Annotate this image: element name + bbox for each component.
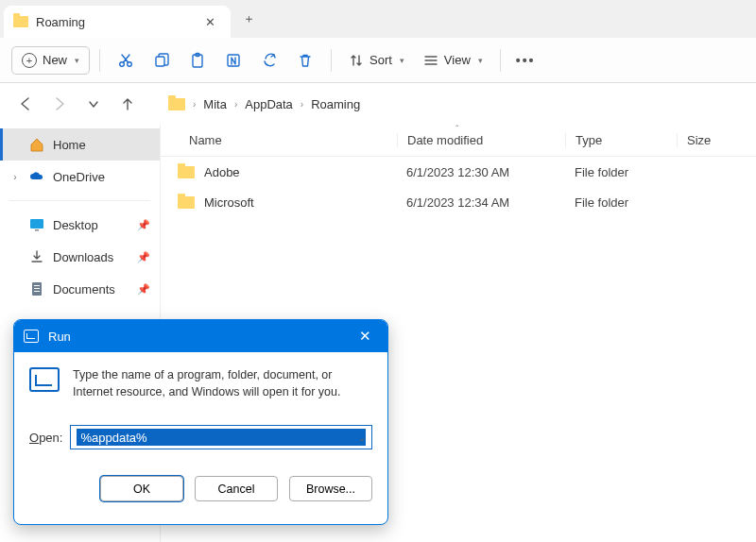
pin-icon[interactable]: 📌	[137, 283, 150, 296]
column-headers: Name ˆ Date modified Type Size	[161, 125, 756, 157]
documents-icon	[28, 281, 45, 296]
chevron-down-icon: ▾	[478, 56, 483, 65]
share-button[interactable]	[253, 45, 285, 76]
chevron-down-icon: ▾	[75, 56, 79, 65]
svg-rect-9	[34, 285, 40, 286]
folder-icon	[13, 16, 28, 27]
run-button-row: OK Cancel Browse...	[14, 459, 387, 501]
tab-title: Roaming	[36, 15, 191, 29]
open-label: Open:	[29, 431, 62, 445]
sort-indicator-icon: ˆ	[455, 125, 458, 135]
rename-button[interactable]	[217, 45, 249, 76]
breadcrumb-mita[interactable]: Mita	[203, 97, 227, 111]
new-button-label: New	[43, 53, 67, 67]
close-tab-button[interactable]: ✕	[198, 10, 221, 33]
breadcrumb[interactable]: › Mita › AppData › Roaming	[168, 97, 360, 111]
sort-button[interactable]: Sort ▾	[341, 45, 412, 76]
separator	[99, 49, 100, 72]
copy-button[interactable]	[146, 45, 178, 76]
delete-button[interactable]	[289, 45, 321, 76]
sidebar-label: Home	[53, 138, 86, 152]
file-name: Microsoft	[204, 195, 254, 210]
file-type: File folder	[565, 165, 677, 179]
nav-row: › Mita › AppData › Roaming	[0, 83, 756, 125]
file-date: 6/1/2023 12:30 AM	[397, 165, 565, 179]
forward-button[interactable]	[47, 92, 72, 116]
new-button[interactable]: + New ▾	[11, 46, 90, 75]
run-dialog: Run ✕ Type the name of a program, folder…	[13, 319, 388, 525]
separator	[500, 49, 501, 72]
open-combobox[interactable]: ⌄	[70, 425, 372, 449]
folder-icon	[178, 196, 195, 209]
column-name[interactable]: Name	[161, 133, 397, 147]
browse-button[interactable]: Browse...	[289, 476, 372, 501]
view-button[interactable]: View ▾	[416, 45, 490, 76]
download-icon	[28, 249, 45, 264]
toolbar: + New ▾ Sort ▾ View ▾ •••	[0, 38, 756, 83]
run-title: Run	[48, 330, 352, 344]
chevron-down-icon[interactable]: ⌄	[358, 432, 366, 443]
up-button[interactable]	[115, 92, 140, 116]
file-row[interactable]: Adobe 6/1/2023 12:30 AM File folder	[161, 157, 756, 187]
expand-icon[interactable]: ›	[9, 172, 21, 182]
run-icon	[29, 367, 60, 392]
run-icon	[24, 330, 39, 343]
cut-button[interactable]	[110, 45, 142, 76]
cloud-icon	[28, 171, 45, 182]
chevron-down-icon: ▾	[400, 56, 404, 65]
sidebar-item-desktop[interactable]: Desktop 📌	[0, 209, 160, 241]
folder-icon	[178, 166, 195, 178]
separator	[331, 49, 332, 72]
plus-icon: +	[22, 53, 37, 68]
tab-roaming[interactable]: Roaming ✕	[4, 6, 231, 38]
recent-button[interactable]	[81, 92, 106, 116]
cancel-button[interactable]: Cancel	[195, 476, 278, 501]
chevron-right-icon: ›	[193, 99, 196, 110]
run-description: Type the name of a program, folder, docu…	[73, 367, 372, 400]
svg-rect-2	[156, 57, 164, 66]
view-label: View	[444, 53, 471, 67]
sidebar-item-documents[interactable]: Documents 📌	[0, 273, 160, 305]
sidebar-label: OneDrive	[53, 170, 105, 184]
sidebar-item-onedrive[interactable]: › OneDrive	[0, 161, 160, 193]
run-titlebar[interactable]: Run ✕	[14, 320, 387, 352]
file-name: Adobe	[204, 165, 240, 179]
divider	[9, 200, 150, 201]
close-button[interactable]: ✕	[352, 328, 378, 345]
tab-bar: Roaming ✕ ＋	[0, 0, 756, 38]
new-tab-button[interactable]: ＋	[234, 5, 263, 33]
column-type[interactable]: Type	[565, 133, 677, 147]
sidebar-label: Documents	[53, 282, 115, 296]
file-date: 6/1/2023 12:34 AM	[397, 195, 565, 210]
sidebar-label: Desktop	[53, 218, 98, 232]
overflow-button[interactable]: •••	[510, 45, 541, 76]
chevron-right-icon: ›	[234, 99, 237, 110]
sidebar-item-downloads[interactable]: Downloads 📌	[0, 241, 160, 273]
back-button[interactable]	[13, 92, 38, 116]
home-icon	[28, 137, 45, 152]
svg-rect-10	[34, 288, 40, 289]
file-type: File folder	[565, 195, 677, 210]
run-body: Type the name of a program, folder, docu…	[14, 352, 387, 459]
svg-rect-6	[30, 219, 43, 229]
breadcrumb-roaming[interactable]: Roaming	[311, 97, 360, 111]
column-size[interactable]: Size	[677, 133, 756, 147]
file-row[interactable]: Microsoft 6/1/2023 12:34 AM File folder	[161, 187, 756, 217]
paste-button[interactable]	[181, 45, 214, 76]
column-date[interactable]: Date modified	[397, 133, 565, 147]
open-input[interactable]	[77, 429, 366, 446]
chevron-right-icon: ›	[301, 99, 303, 110]
sort-label: Sort	[369, 53, 392, 67]
pin-icon[interactable]: 📌	[137, 251, 150, 263]
sidebar-label: Downloads	[53, 250, 113, 264]
pin-icon[interactable]: 📌	[137, 219, 150, 231]
ok-button[interactable]: OK	[100, 476, 183, 501]
sidebar-item-home[interactable]: Home	[0, 128, 160, 161]
desktop-icon	[28, 218, 45, 231]
svg-rect-7	[35, 229, 39, 231]
svg-rect-11	[34, 291, 40, 292]
folder-icon	[168, 98, 185, 110]
breadcrumb-appdata[interactable]: AppData	[245, 97, 293, 111]
